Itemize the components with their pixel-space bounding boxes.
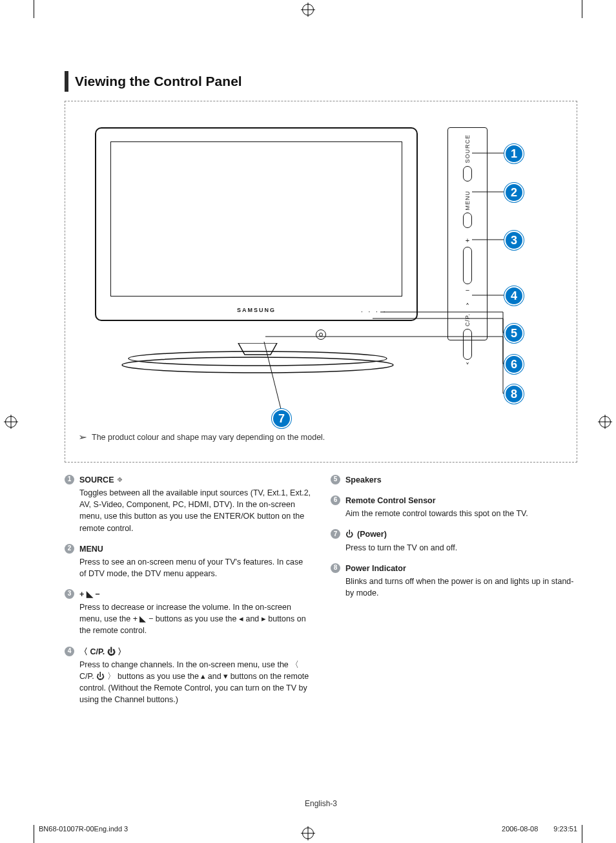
- bullet-8: 8: [331, 563, 340, 573]
- page-title: Viewing the Control Panel: [75, 71, 242, 92]
- crop-mark: [582, 0, 582, 18]
- source-input-icon: ⎆: [118, 474, 122, 485]
- registration-mark-icon: [599, 416, 611, 428]
- crop-mark: [34, 825, 34, 843]
- right-column: 5 Speakers 6 Remote Control Sensor Aim t…: [331, 474, 577, 714]
- crop-mark: [34, 0, 34, 18]
- title-accent-bar: [65, 71, 68, 92]
- item-title: Power Indicator: [345, 564, 406, 573]
- bullet-2: 2: [65, 544, 74, 554]
- item-desc: Aim the remote control towards this spot…: [345, 508, 577, 519]
- item-volume: 3 + ◣ − Press to decrease or increase th…: [65, 588, 311, 637]
- footer-time: 9:23:51: [553, 825, 577, 833]
- bullet-3: 3: [65, 589, 74, 599]
- item-desc: Press to see an on-screen menu of your T…: [79, 556, 311, 579]
- svg-line-6: [264, 342, 281, 409]
- item-menu: 2 MENU Press to see an on-screen menu of…: [65, 543, 311, 579]
- item-title: MENU: [79, 545, 103, 554]
- item-title: (Power): [357, 528, 387, 540]
- page-number: English-3: [305, 799, 337, 808]
- print-footer: BN68-01007R-00Eng.indd 3 2006-08-08 9:23…: [39, 825, 577, 833]
- figure-container: SAMSUNG · · · · SOURCE MENU: [65, 101, 577, 463]
- callout-badge-5: 5: [504, 324, 524, 343]
- leader-lines: [77, 113, 565, 423]
- registration-mark-icon: [5, 416, 17, 428]
- item-desc: Press to decrease or increase the volume…: [79, 601, 311, 636]
- callout-badge-2: 2: [504, 183, 524, 202]
- figure-note-text: The product colour and shape may vary de…: [92, 433, 325, 442]
- bullet-5: 5: [331, 475, 340, 484]
- registration-mark-icon: [302, 4, 314, 16]
- footer-file: BN68-01007R-00Eng.indd 3: [39, 825, 128, 833]
- bullet-7: 7: [331, 529, 340, 539]
- bullet-1: 1: [65, 475, 74, 484]
- item-speakers: 5 Speakers: [331, 474, 577, 486]
- note-arrow-icon: ➢: [78, 432, 87, 442]
- section-header: Viewing the Control Panel: [65, 71, 577, 92]
- item-title: Remote Control Sensor: [345, 496, 436, 505]
- footer-date: 2006-08-08: [502, 825, 538, 833]
- callout-badge-1: 1: [504, 144, 524, 163]
- item-desc: Toggles between all the available input …: [79, 487, 311, 534]
- left-column: 1 SOURCE ⎆ Toggles between all the avail…: [65, 474, 311, 714]
- item-channel: 4 〈 C/P. ⏻ 〉 Press to change channels. I…: [65, 646, 311, 706]
- item-title: SOURCE: [79, 474, 114, 486]
- bullet-6: 6: [331, 495, 340, 505]
- channel-symbol-title: 〈 C/P. ⏻ 〉: [79, 647, 126, 656]
- callout-badge-3: 3: [504, 231, 524, 250]
- item-desc: Press to change channels. In the on-scre…: [79, 659, 311, 706]
- volume-symbol-title: + ◣ −: [79, 590, 100, 599]
- item-power-indicator: 8 Power Indicator Blinks and turns off w…: [331, 563, 577, 599]
- callout-badge-4: 4: [504, 286, 524, 306]
- crop-mark: [582, 825, 582, 843]
- item-remote-sensor: 6 Remote Control Sensor Aim the remote c…: [331, 495, 577, 519]
- item-source: 1 SOURCE ⎆ Toggles between all the avail…: [65, 474, 311, 534]
- item-desc: Press to turn the TV on and off.: [345, 542, 577, 554]
- bullet-4: 4: [65, 647, 74, 656]
- callout-badge-7: 7: [272, 409, 291, 428]
- item-title: Speakers: [345, 475, 382, 484]
- item-desc: Blinks and turns off when the power is o…: [345, 576, 577, 599]
- tv-illustration: SAMSUNG · · · · SOURCE MENU: [77, 113, 565, 423]
- callout-badge-6: 6: [504, 355, 524, 374]
- description-columns: 1 SOURCE ⎆ Toggles between all the avail…: [65, 474, 577, 714]
- power-icon: ⏻: [345, 529, 353, 540]
- item-power: 7 ⏻ (Power) Press to turn the TV on and …: [331, 528, 577, 553]
- figure-note: ➢ The product colour and shape may vary …: [77, 432, 565, 442]
- callout-badge-8: 8: [504, 384, 524, 404]
